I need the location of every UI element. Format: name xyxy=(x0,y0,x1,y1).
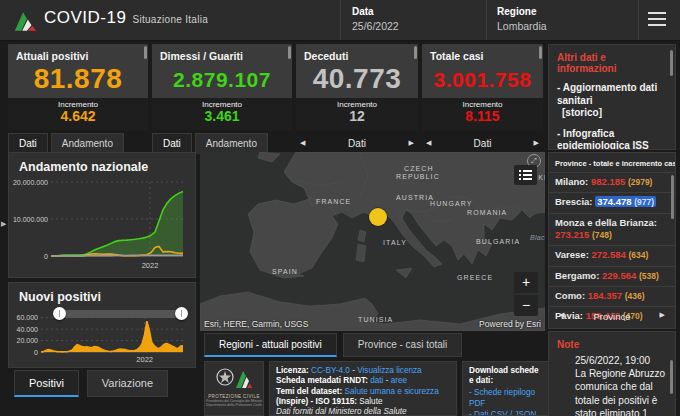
card-totale-casi: Totale casi 3.001.758 Incremento 8.115 xyxy=(422,44,543,130)
scrollbar-thumb[interactable] xyxy=(670,360,673,394)
legend-list-icon xyxy=(519,170,532,181)
legend-button[interactable] xyxy=(514,165,537,185)
map-label: CZECH xyxy=(404,165,434,172)
link-infografica-iss[interactable]: - Infografica epidemiologica ISS xyxy=(549,120,675,151)
province-row-como[interactable]: Como: 184.357 (436) xyxy=(549,286,675,306)
map-label: ITALY xyxy=(383,239,407,246)
license-link[interactable]: dati xyxy=(370,376,383,385)
map-label: ROMANIA xyxy=(467,209,507,216)
card-value: 81.878 xyxy=(8,64,148,94)
header-divider xyxy=(638,0,639,40)
license-text: Temi del dataset: xyxy=(276,387,345,396)
powered-by-esri: Powered by Esri xyxy=(479,319,541,329)
tab-scroll-left-icon[interactable]: ◀ xyxy=(296,135,309,151)
license-link[interactable]: Salute umana e sicurezza xyxy=(345,387,439,396)
link-aggiornamento-dati-sanitari[interactable]: - Aggiornamento dati sanitari [storico] xyxy=(549,74,675,120)
national-trend-chart[interactable]: 010.000.00020.000.0002022 xyxy=(9,174,191,270)
tricolor-protezione-civile-icon xyxy=(12,9,38,32)
download-link-pdf[interactable]: - Schede riepilogo PDF xyxy=(469,387,543,409)
tab-dati[interactable]: Dati xyxy=(348,138,366,149)
card-scrollbar[interactable] xyxy=(144,46,147,59)
tab-scroll-right-icon[interactable]: ▶ xyxy=(530,135,543,151)
license-text: Scheda metadati RNDT: xyxy=(276,376,370,385)
other-data-panel: Altri dati e informazioni - Aggiornament… xyxy=(548,44,676,150)
card-value: 2.879.107 xyxy=(152,64,292,96)
increment-strip: Incremento 4.642 xyxy=(8,98,148,130)
slider-handle-left[interactable] xyxy=(53,307,66,320)
svg-text:40.000: 40.000 xyxy=(17,326,39,333)
license-link[interactable]: aree xyxy=(391,376,407,385)
chart-title: Andamento nazionale xyxy=(9,153,195,174)
hamburger-icon[interactable] xyxy=(648,12,666,28)
increment-value: 8.115 xyxy=(422,109,543,124)
tab-dati[interactable]: Dati xyxy=(8,133,48,154)
tabs-dimessi: Dati Andamento xyxy=(152,132,292,154)
date-label: Data xyxy=(352,6,399,17)
scrollbar-thumb[interactable] xyxy=(671,175,674,219)
map-bottom-tabs: Regioni - attuali positivi Province - ca… xyxy=(204,333,462,357)
tab-scroll-left-icon[interactable]: ◀ xyxy=(422,135,435,151)
license-link[interactable]: Visualizza licenza xyxy=(357,366,421,375)
license-text: Licenza: xyxy=(276,366,311,375)
license-text: - xyxy=(383,376,390,385)
card-title: Deceduti xyxy=(296,44,418,62)
tabs-totale: ◀ Dati ▶ xyxy=(422,132,543,154)
province-row-bergamo[interactable]: Bergamo: 229.564 (538) xyxy=(549,266,675,286)
svg-text:10.000.000: 10.000.000 xyxy=(13,216,48,223)
pager-next-icon[interactable]: ▶ xyxy=(660,311,665,319)
svg-text:20.000.000: 20.000.000 xyxy=(13,179,48,186)
province-row-brescia[interactable]: Brescia: 374.478 (977) xyxy=(549,192,675,212)
left-bottom-tabs: Positivi Variazione xyxy=(14,370,168,397)
tab-variazione[interactable]: Variazione xyxy=(87,370,168,397)
card-value: 40.773 xyxy=(296,64,418,94)
tab-andamento[interactable]: Andamento xyxy=(195,133,268,154)
region-field[interactable]: Regione Lombardia xyxy=(497,6,547,32)
province-row-milano[interactable]: Milano: 982.185 (2979) xyxy=(549,172,675,192)
scrollbar-thumb[interactable] xyxy=(670,50,673,76)
card-scrollbar[interactable] xyxy=(288,46,291,59)
province-row-varese[interactable]: Varese: 272.584 (634) xyxy=(549,245,675,265)
download-link-csv-json[interactable]: - Dati CSV / JSON xyxy=(469,409,543,416)
panel-expand-icon[interactable]: ▶ xyxy=(1,220,6,228)
zoom-in-button[interactable]: + xyxy=(514,272,538,293)
europe-map[interactable]: CZECHREPUBLICFRANCEAUSTRIAHUNGARYROMANIA… xyxy=(200,152,545,331)
logo-line2: Dipartimento della Protezione Civile xyxy=(205,403,263,407)
card-title: Totale casi xyxy=(422,44,543,62)
national-trend-panel: Andamento nazionale 010.000.00020.000.00… xyxy=(8,152,196,278)
license-link[interactable]: CC-BY-4.0 xyxy=(311,366,350,375)
app-title: COVID-19Situazione Italia xyxy=(44,8,208,28)
card-scrollbar[interactable] xyxy=(539,46,542,59)
map-label: HUNGARY xyxy=(430,200,473,207)
map-label: SPAIN xyxy=(272,268,298,275)
tab-andamento[interactable]: Andamento xyxy=(51,133,124,154)
card-attuali-positivi: Attuali positivi 81.878 Incremento 4.642 xyxy=(8,44,148,130)
license-text: Dati forniti dal Ministero della Salute xyxy=(276,407,407,416)
increment-strip: Incremento 8.115 xyxy=(422,98,543,130)
tab-regioni-attuali-positivi[interactable]: Regioni - attuali positivi xyxy=(204,333,337,357)
region-label: Regione xyxy=(497,6,547,17)
svg-text:2022: 2022 xyxy=(142,261,159,270)
tab-province-casi-totali[interactable]: Province - casi totali xyxy=(343,333,462,357)
tab-scroll-right-icon[interactable]: ▶ xyxy=(405,135,418,151)
header-divider xyxy=(486,0,487,40)
card-value: 3.001.758 xyxy=(422,64,543,96)
region-value: Lombardia xyxy=(497,20,547,32)
license-line: Temi del dataset: Salute umana e sicurez… xyxy=(276,387,450,408)
zoom-out-button[interactable]: − xyxy=(514,295,538,316)
time-range-slider[interactable] xyxy=(55,310,186,318)
tab-dati[interactable]: Dati xyxy=(474,138,492,149)
province-row-monza[interactable]: Monza e della Brianza: 273.215 (748) xyxy=(549,213,675,246)
svg-text:0: 0 xyxy=(34,349,38,356)
pager-label[interactable]: Province xyxy=(594,311,631,322)
note-text: 25/6/2022, 19:00 La Regione Abruzzo comu… xyxy=(575,354,669,416)
region-marker[interactable] xyxy=(369,208,387,226)
tab-dati[interactable]: Dati xyxy=(152,133,192,154)
slider-handle-right[interactable] xyxy=(175,307,188,320)
tab-positivi[interactable]: Positivi xyxy=(14,370,79,397)
card-scrollbar[interactable] xyxy=(414,46,417,59)
date-field[interactable]: Data 25/6/2022 xyxy=(352,6,399,32)
pager-prev-icon[interactable]: ◀ xyxy=(559,311,564,319)
map-label: FRANCE xyxy=(316,198,351,205)
protezione-civile-emblem-icon xyxy=(216,365,252,389)
license-text: (Inspire) - ISO 19115: xyxy=(276,397,359,406)
